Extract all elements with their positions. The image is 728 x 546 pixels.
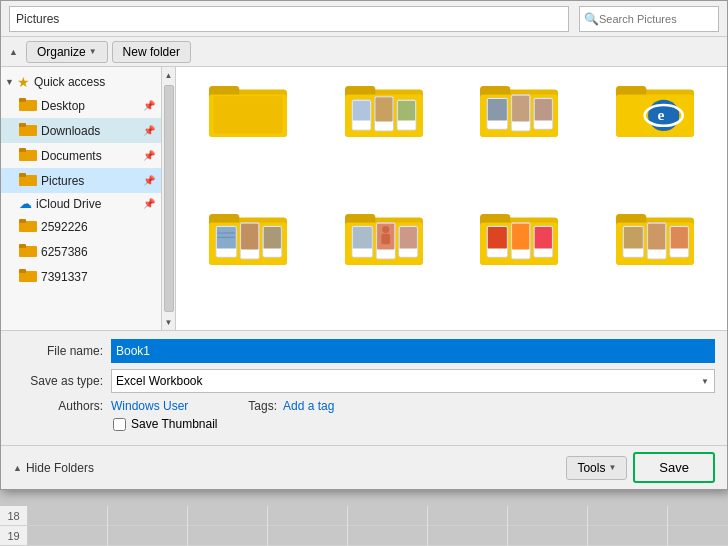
search-input[interactable] (599, 13, 709, 25)
quick-access-label: Quick access (34, 75, 105, 89)
pictures-icon (19, 171, 37, 190)
sidebar-item-documents[interactable]: Documents 📌 (1, 143, 161, 168)
sidebar-item-7391337[interactable]: 7391337 (1, 264, 161, 289)
spreadsheet-row-18: 18 (0, 506, 728, 526)
file-area: e (176, 67, 727, 330)
sidebar-item-icloud[interactable]: ☁ iCloud Drive 📌 (1, 193, 161, 214)
svg-rect-4 (19, 123, 26, 127)
file-item-3[interactable] (456, 75, 584, 195)
save-label: Save (659, 460, 689, 475)
file-item-5[interactable] (184, 203, 312, 323)
save-type-select[interactable]: Excel Workbook (111, 369, 715, 393)
organize-label: Organize (37, 45, 86, 59)
hide-folders-icon: ▲ (13, 463, 22, 473)
cell (428, 506, 508, 526)
pin-icon-pics: 📌 (143, 175, 155, 186)
file-name-input[interactable] (111, 339, 715, 363)
sidebar-item-6257386[interactable]: 6257386 (1, 239, 161, 264)
save-thumbnail-checkbox[interactable] (113, 418, 126, 431)
file-item-7[interactable] (456, 203, 584, 323)
folder-icon-7391337 (19, 267, 37, 286)
sidebar-scrollbar[interactable]: ▲ ▼ (161, 67, 175, 330)
authors-label: Authors: (13, 399, 103, 413)
dialog-form: File name: Save as type: Excel Workbook … (1, 330, 727, 445)
hide-folders-button[interactable]: ▲ Hide Folders (13, 461, 94, 475)
cell (28, 526, 108, 546)
svg-rect-18 (213, 96, 282, 133)
sidebar-item-downloads[interactable]: Downloads 📌 (1, 118, 161, 143)
save-thumbnail-label: Save Thumbnail (131, 417, 218, 431)
organize-button[interactable]: Organize ▼ (26, 41, 108, 63)
folder-photos3-icon (615, 207, 695, 272)
quick-access-header[interactable]: ▼ ★ Quick access (1, 71, 161, 93)
pictures-label: Pictures (41, 174, 84, 188)
spreadsheet-background: 18 19 (0, 506, 728, 546)
spreadsheet-row-19: 19 (0, 526, 728, 546)
sidebar-item-pictures[interactable]: Pictures 📌 (1, 168, 161, 193)
new-folder-button[interactable]: New folder (112, 41, 191, 63)
svg-rect-36 (535, 99, 552, 121)
folder-plain-icon (208, 79, 288, 144)
cell (268, 506, 348, 526)
new-folder-label: New folder (123, 45, 180, 59)
file-item-6[interactable] (320, 203, 448, 323)
sidebar-item-2592226[interactable]: 2592226 (1, 214, 161, 239)
folder-people-icon (344, 207, 424, 272)
file-item-4[interactable]: e (591, 75, 719, 195)
file-item-1[interactable] (184, 75, 312, 195)
dialog-main-content: ▼ ★ Quick access Desktop 📌 Downloads 📌 (1, 67, 727, 330)
svg-point-61 (382, 226, 389, 233)
svg-rect-80 (648, 223, 665, 249)
save-as-type-label: Save as type: (13, 374, 103, 388)
svg-rect-27 (397, 101, 414, 121)
cell (108, 506, 188, 526)
sidebar-item-desktop[interactable]: Desktop 📌 (1, 93, 161, 118)
icloud-label: iCloud Drive (36, 197, 101, 211)
svg-rect-10 (19, 219, 26, 223)
file-name-label: File name: (13, 344, 103, 358)
up-arrow-btn[interactable]: ▲ (9, 47, 18, 57)
tools-dropdown-arrow: ▼ (608, 463, 616, 472)
authors-value[interactable]: Windows User (111, 399, 188, 413)
svg-rect-64 (399, 226, 416, 248)
row-cells-19 (28, 526, 728, 545)
sidebar: ▼ ★ Quick access Desktop 📌 Downloads 📌 (1, 67, 176, 330)
row-num-19: 19 (0, 526, 28, 545)
save-thumbnail-row: Save Thumbnail (113, 417, 715, 431)
pin-icon-docs: 📌 (143, 150, 155, 161)
svg-rect-23 (352, 101, 369, 121)
svg-rect-73 (535, 226, 552, 248)
quick-access-star-icon: ★ (17, 74, 30, 90)
save-button[interactable]: Save (633, 452, 715, 483)
save-as-dialog: Pictures 🔍 ▲ Organize ▼ New folder ▼ ★ (0, 0, 728, 490)
svg-rect-8 (19, 173, 26, 177)
file-item-2[interactable] (320, 75, 448, 195)
scroll-thumb[interactable] (164, 85, 174, 312)
address-path: Pictures (16, 12, 59, 26)
tools-label: Tools (577, 461, 605, 475)
file-item-8[interactable] (591, 203, 719, 323)
svg-rect-53 (263, 226, 280, 248)
row-num-18: 18 (0, 506, 28, 525)
svg-rect-2 (19, 98, 26, 102)
svg-rect-12 (19, 244, 26, 248)
svg-rect-69 (488, 226, 507, 248)
tags-value[interactable]: Add a tag (283, 399, 334, 413)
tags-label: Tags: (248, 399, 277, 413)
cell (108, 526, 188, 546)
documents-icon (19, 146, 37, 165)
item-7391337-label: 7391337 (41, 270, 88, 284)
scroll-up-arrow[interactable]: ▲ (162, 67, 176, 83)
cell (508, 506, 588, 526)
tools-button[interactable]: Tools ▼ (566, 456, 627, 480)
scroll-down-arrow[interactable]: ▼ (162, 314, 176, 330)
cell (268, 526, 348, 546)
downloads-folder-icon (19, 121, 37, 140)
save-type-select-wrapper: Excel Workbook (111, 369, 715, 393)
svg-rect-51 (241, 223, 258, 249)
pin-icon-icloud: 📌 (143, 198, 155, 209)
dialog-toolbar: Pictures 🔍 (1, 1, 727, 37)
svg-rect-71 (512, 223, 529, 249)
folder-photos2-icon (479, 79, 559, 144)
authors-tags-row: Authors: Windows User Tags: Add a tag (13, 399, 715, 413)
